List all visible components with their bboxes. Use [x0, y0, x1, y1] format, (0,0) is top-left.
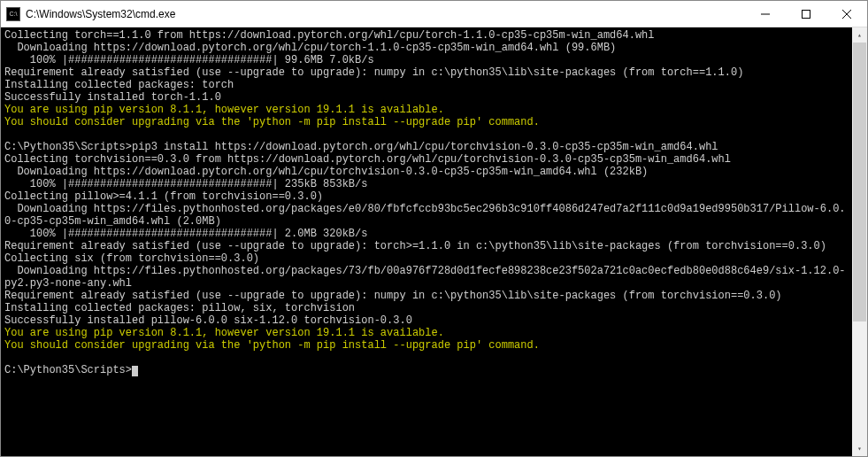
- close-button[interactable]: [826, 1, 867, 27]
- window-controls: [745, 1, 867, 27]
- terminal-line: Collecting six (from torchvision==0.3.0): [4, 252, 849, 265]
- titlebar: C:\ C:\Windows\System32\cmd.exe: [1, 1, 867, 27]
- terminal-line: [4, 128, 849, 141]
- terminal-line: You should consider upgrading via the 'p…: [4, 339, 849, 352]
- minimize-button[interactable]: [745, 1, 786, 27]
- terminal-output[interactable]: Collecting torch==1.1.0 from https://dow…: [1, 27, 852, 456]
- terminal-line: 100% |################################| …: [4, 178, 849, 190]
- vertical-scrollbar[interactable]: ▴ ▾: [852, 27, 867, 456]
- terminal-line: Requirement already satisfied (use --upg…: [4, 66, 849, 79]
- terminal-line: Installing collected packages: pillow, s…: [4, 302, 849, 314]
- cmd-icon: C:\: [6, 7, 20, 21]
- terminal-line: Successfully installed pillow-6.0.0 six-…: [4, 314, 849, 327]
- terminal-line: 100% |################################| …: [4, 54, 849, 66]
- terminal-line: Requirement already satisfied (use --upg…: [4, 290, 849, 302]
- cursor: [132, 366, 138, 376]
- minimize-icon: [761, 10, 770, 19]
- svg-rect-1: [803, 10, 810, 18]
- terminal-line: Requirement already satisfied (use --upg…: [4, 240, 849, 252]
- terminal-line: You are using pip version 8.1.1, however…: [4, 327, 849, 339]
- terminal-line: Collecting torchvision==0.3.0 from https…: [4, 153, 849, 166]
- scroll-down-button[interactable]: ▾: [852, 441, 867, 456]
- maximize-button[interactable]: [786, 1, 826, 27]
- terminal-line: Downloading https://files.pythonhosted.o…: [4, 265, 849, 290]
- terminal-line: [4, 352, 849, 364]
- terminal-area: Collecting torch==1.1.0 from https://dow…: [1, 27, 867, 456]
- terminal-line: Installing collected packages: torch: [4, 79, 849, 91]
- terminal-line: C:\Python35\Scripts>pip3 install https:/…: [4, 141, 849, 153]
- window-title: C:\Windows\System32\cmd.exe: [26, 8, 745, 20]
- prompt-text: C:\Python35\Scripts>: [4, 364, 132, 376]
- terminal-line: Downloading https://download.pytorch.org…: [4, 166, 849, 178]
- close-icon: [842, 10, 851, 19]
- scroll-thumb[interactable]: [853, 43, 866, 321]
- terminal-line: Successfully installed torch-1.1.0: [4, 91, 849, 104]
- scroll-up-button[interactable]: ▴: [852, 27, 867, 43]
- terminal-line: 100% |################################| …: [4, 228, 849, 240]
- terminal-line: Collecting pillow>=4.1.1 (from torchvisi…: [4, 190, 849, 203]
- scroll-track[interactable]: [852, 43, 867, 441]
- terminal-line: You are using pip version 8.1.1, however…: [4, 104, 849, 116]
- terminal-line: Collecting torch==1.1.0 from https://dow…: [4, 29, 849, 42]
- maximize-icon: [802, 10, 810, 19]
- terminal-line: Downloading https://download.pytorch.org…: [4, 42, 849, 54]
- terminal-line: Downloading https://files.pythonhosted.o…: [4, 203, 849, 228]
- terminal-line: You should consider upgrading via the 'p…: [4, 116, 849, 128]
- prompt-line[interactable]: C:\Python35\Scripts>: [4, 364, 849, 376]
